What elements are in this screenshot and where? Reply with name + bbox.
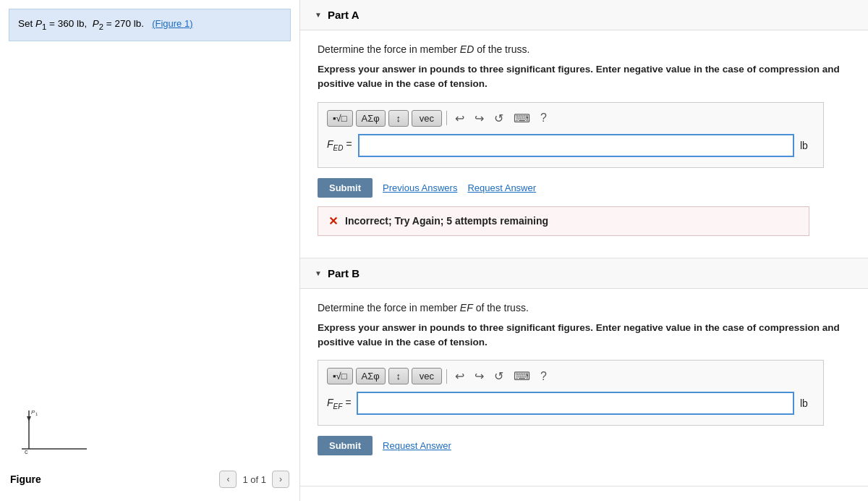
toolbar-keyboard-btn-a[interactable]: ⌨ xyxy=(510,110,534,127)
part-a-var-label: FED = xyxy=(327,138,352,152)
part-a-content: Determine the force in member ED of the … xyxy=(300,30,868,243)
part-a-instruction: Express your answer in pounds to three s… xyxy=(318,62,851,92)
right-panel: ▼ Part A Determine the force in member E… xyxy=(300,0,868,501)
part-a-feedback: ✕ Incorrect; Try Again; 5 attempts remai… xyxy=(318,206,809,236)
feedback-message-a: Incorrect; Try Again; 5 attempts remaini… xyxy=(345,215,548,227)
svg-text:c: c xyxy=(25,448,28,455)
problem-statement: Set P1 = 360 lb, P2 = 270 lb. (Figure 1) xyxy=(9,9,291,41)
part-a-toolbar: ▪√□ ΑΣφ ↕ vec ↩ ↪ ↺ ⌨ ? xyxy=(327,110,814,127)
toolbar-arrow-btn-a[interactable]: ↕ xyxy=(388,110,409,127)
toolbar-sep-1a xyxy=(446,111,447,125)
part-a-submit-btn[interactable]: Submit xyxy=(318,178,373,198)
part-b-content: Determine the force in member EF of the … xyxy=(300,289,868,472)
part-b-answer-box: ▪√□ ΑΣφ ↕ vec ↩ ↪ ↺ ⌨ ? FEF = lb xyxy=(318,360,824,426)
part-a-arrow: ▼ xyxy=(315,11,322,19)
part-b-arrow: ▼ xyxy=(315,269,322,277)
part-b-section: ▼ Part B Determine the force in member E… xyxy=(300,258,868,487)
part-a-answer-box: ▪√□ ΑΣφ ↕ vec ↩ ↪ ↺ ⌨ ? FED = lb xyxy=(318,102,824,168)
toolbar-sep-1b xyxy=(446,369,447,384)
toolbar-sqrt-btn-b[interactable]: ▪√□ xyxy=(327,368,353,384)
part-b-title: Part B xyxy=(328,267,359,279)
part-b-submit-btn[interactable]: Submit xyxy=(318,436,373,455)
figure-link[interactable]: (Figure 1) xyxy=(152,18,192,29)
toolbar-vec-btn-a[interactable]: vec xyxy=(412,110,442,127)
toolbar-refresh-btn-a[interactable]: ↺ xyxy=(490,110,507,127)
toolbar-help-btn-b[interactable]: ? xyxy=(537,369,550,384)
part-b-instruction: Express your answer in pounds to three s… xyxy=(318,321,851,350)
part-b-input[interactable] xyxy=(357,392,794,415)
next-figure-btn[interactable]: › xyxy=(272,471,289,488)
part-b-question: Determine the force in member EF of the … xyxy=(318,302,851,313)
toolbar-keyboard-btn-b[interactable]: ⌨ xyxy=(510,368,534,384)
toolbar-sigma-btn-a[interactable]: ΑΣφ xyxy=(356,110,386,127)
part-b-toolbar: ▪√□ ΑΣφ ↕ vec ↩ ↪ ↺ ⌨ ? xyxy=(327,368,814,384)
part-a-action-row: Submit Previous Answers Request Answer xyxy=(318,178,851,198)
part-a-header[interactable]: ▼ Part A xyxy=(300,0,868,30)
part-a-unit: lb xyxy=(800,140,814,151)
part-a-title: Part A xyxy=(328,9,359,21)
toolbar-undo-btn-b[interactable]: ↩ xyxy=(451,368,468,384)
part-b-input-row: FEF = lb xyxy=(327,392,814,415)
toolbar-refresh-btn-b[interactable]: ↺ xyxy=(490,368,507,384)
toolbar-help-btn-a[interactable]: ? xyxy=(537,110,550,126)
part-a-input[interactable] xyxy=(358,134,794,157)
figure-area: P 1 c Figure ‹ 1 of 1 › xyxy=(0,50,299,501)
part-a-question: Determine the force in member ED of the … xyxy=(318,43,851,55)
figure-diagram: P 1 c xyxy=(0,407,299,465)
toolbar-redo-btn-a[interactable]: ↪ xyxy=(471,110,488,127)
toolbar-arrow-btn-b[interactable]: ↕ xyxy=(388,368,409,384)
part-b-header[interactable]: ▼ Part B xyxy=(300,258,868,289)
page-indicator: 1 of 1 xyxy=(242,474,266,485)
toolbar-sqrt-btn-a[interactable]: ▪√□ xyxy=(327,110,353,127)
toolbar-undo-btn-a[interactable]: ↩ xyxy=(451,110,468,127)
toolbar-vec-btn-b[interactable]: vec xyxy=(412,368,442,384)
part-b-var-label: FEF = xyxy=(327,397,351,411)
part-b-request-answer-link[interactable]: Request Answer xyxy=(383,440,451,451)
svg-text:1: 1 xyxy=(35,412,38,416)
svg-marker-3 xyxy=(27,416,31,421)
toolbar-redo-btn-b[interactable]: ↪ xyxy=(471,368,488,384)
part-a-input-row: FED = lb xyxy=(327,134,814,157)
part-b-unit: lb xyxy=(800,397,814,409)
part-a-request-answer-link[interactable]: Request Answer xyxy=(467,182,536,193)
prev-figure-btn[interactable]: ‹ xyxy=(219,471,237,488)
problem-text: Set P1 = 360 lb, P2 = 270 lb. xyxy=(18,18,152,29)
toolbar-sigma-btn-b[interactable]: ΑΣφ xyxy=(356,368,386,384)
left-panel: Set P1 = 360 lb, P2 = 270 lb. (Figure 1)… xyxy=(0,0,300,501)
figure-label: Figure xyxy=(10,473,213,485)
error-icon-a: ✕ xyxy=(328,214,338,228)
part-b-action-row: Submit Request Answer xyxy=(318,436,851,455)
part-a-section: ▼ Part A Determine the force in member E… xyxy=(300,0,868,258)
part-a-prev-answers-link[interactable]: Previous Answers xyxy=(383,182,457,193)
figure-nav: Figure ‹ 1 of 1 › xyxy=(0,465,299,494)
truss-diagram: P 1 c xyxy=(14,407,101,458)
